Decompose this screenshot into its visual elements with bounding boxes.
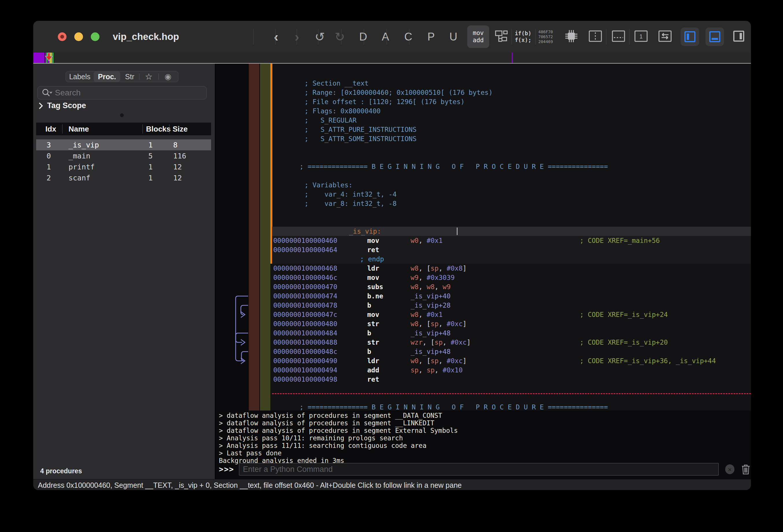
- asm-line[interactable]: 0000000100000498ret: [272, 375, 751, 384]
- procedure-row-_is_vip[interactable]: 3_is_vip18: [36, 139, 211, 150]
- segment-block: [33, 53, 44, 63]
- column-header-size[interactable]: Size: [173, 125, 188, 133]
- cell-idx: 2: [46, 174, 51, 182]
- toggle-right-sidebar-button[interactable]: [732, 30, 745, 44]
- asm-comment-line[interactable]: ; =============== B E G I N N I N G O F …: [272, 403, 751, 411]
- asm-comment-line[interactable]: ; S_ATTR_PURE_INSTRUCTIONS: [272, 125, 751, 134]
- disassembly-pane[interactable]: ; Section __text; Range: [0x100000460; 0…: [215, 64, 751, 411]
- procedures-table-header[interactable]: Idx Name Blocks Size: [36, 123, 211, 135]
- asm-label-line[interactable]: _is_vip:: [272, 227, 751, 236]
- procedure-row-_main[interactable]: 0_main5116: [36, 150, 211, 161]
- asm-line[interactable]: 0000000100000484b_is_vip+48: [272, 328, 751, 338]
- navigate-back-button[interactable]: ‹: [274, 29, 278, 44]
- navigate-forward-button[interactable]: ›: [295, 29, 299, 44]
- asm-line[interactable]: 0000000100000468ldrw8, [sp, #0x8]: [272, 264, 751, 273]
- asm-line[interactable]: 0000000100000494addsp, sp, #0x10: [272, 366, 751, 375]
- procedure-mode-button[interactable]: P: [427, 31, 435, 43]
- search-input[interactable]: [54, 88, 189, 98]
- python-command-input[interactable]: [239, 463, 719, 476]
- code-mode-button[interactable]: C: [404, 31, 412, 43]
- asm-blank-line[interactable]: [272, 171, 751, 180]
- swap-panes-icon[interactable]: [658, 30, 672, 43]
- single-pane-icon[interactable]: 1: [634, 30, 648, 43]
- cell-name: scanf: [68, 174, 90, 182]
- clear-console-trash-icon[interactable]: [741, 464, 751, 475]
- undo-button[interactable]: ↺: [315, 30, 325, 44]
- asm-comment-line[interactable]: ; endp: [272, 254, 751, 264]
- asm-blank-line[interactable]: [272, 144, 751, 153]
- sidebar-search[interactable]: [37, 86, 207, 99]
- asm-line[interactable]: 000000010000046cmovw9, #0x3039: [272, 273, 751, 282]
- asm-line[interactable]: 000000010000048cb_is_vip+48: [272, 347, 751, 356]
- asm-comment-line[interactable]: ; Variables:: [272, 180, 751, 190]
- hex-view-icon[interactable]: 486F70 706572 204469: [538, 30, 553, 44]
- assembler-button[interactable]: mov add: [467, 26, 489, 48]
- asm-line[interactable]: 0000000100000474b.ne_is_vip+40: [272, 291, 751, 301]
- title-bar: vip_check.hop ‹ › ↺ ↻ D A C P U mov add …: [33, 21, 751, 53]
- sidebar-resize-handle[interactable]: [120, 113, 124, 117]
- asm-line[interactable]: 000000010000047cmovw8, #0x1; CODE XREF=_…: [272, 310, 751, 319]
- minimize-window-button[interactable]: [74, 32, 83, 41]
- column-header-blocks[interactable]: Blocks: [146, 125, 170, 133]
- column-header-idx[interactable]: Idx: [45, 125, 56, 133]
- listing: ; Section __text; Range: [0x100000460; 0…: [272, 64, 751, 411]
- asm-comment-line[interactable]: ; S_ATTR_SOME_INSTRUCTIONS: [272, 134, 751, 144]
- console-line: > dataflow analysis of procedures in seg…: [219, 427, 458, 434]
- asm-line[interactable]: 0000000100000488strwzr, [sp, #0xc]; CODE…: [272, 338, 751, 347]
- status-text: Address 0x100000460, Segment __TEXT, _is…: [38, 481, 462, 490]
- asm-comment-line[interactable]: ; Section __text: [272, 79, 751, 88]
- split-vertical-icon[interactable]: [588, 30, 602, 43]
- asm-comment-line[interactable]: ; var_4: int32_t, -4: [272, 190, 751, 199]
- asm-line[interactable]: 0000000100000478b_is_vip+28: [272, 301, 751, 310]
- console-line: > Analysis pass 10/11: remaining prologs…: [219, 434, 458, 442]
- asm-line[interactable]: 0000000100000470subsw8, w8, w9: [272, 282, 751, 291]
- toggle-bottom-pane-button[interactable]: [706, 28, 724, 46]
- asm-blank-line[interactable]: [272, 384, 751, 393]
- cell-size: 12: [173, 174, 182, 182]
- close-window-button[interactable]: [58, 32, 66, 41]
- asm-line[interactable]: 0000000100000490ldrw0, [sp, #0xc]; CODE …: [272, 356, 751, 366]
- segment-strip-maroon: [248, 64, 259, 411]
- asm-line[interactable]: 0000000100000460movw0, #0x1; CODE XREF=_…: [272, 236, 751, 245]
- split-horizontal-icon[interactable]: [612, 30, 625, 43]
- asm-comment-line[interactable]: ; Range: [0x100000460; 0x100000510[ (176…: [272, 88, 751, 97]
- zoom-window-button[interactable]: [91, 32, 99, 41]
- navigation-bar[interactable]: [33, 53, 751, 64]
- asm-comment-line[interactable]: ; Flags: 0x80000400: [272, 106, 751, 116]
- asm-comment-line[interactable]: ; S_REGULAR: [272, 116, 751, 125]
- asm-blank-line[interactable]: [272, 208, 751, 217]
- redo-button[interactable]: ↻: [335, 30, 345, 44]
- tag-scope-disclosure[interactable]: Tag Scope: [38, 101, 86, 110]
- procedure-row-scanf[interactable]: 2scanf112: [36, 172, 211, 183]
- tab-strings[interactable]: Str: [120, 71, 139, 82]
- stop-script-button[interactable]: ✕: [725, 464, 735, 474]
- console-line: > Analysis pass 11/11: searching contigu…: [219, 442, 458, 449]
- left-sidebar: Labels Proc. Str ☆ ◉ Tag Scope: [33, 64, 215, 479]
- asm-line[interactable]: 0000000100000480strw8, [sp, #0xc]: [272, 319, 751, 328]
- pseudocode-icon[interactable]: if(b) f(x);: [515, 30, 531, 43]
- column-header-name[interactable]: Name: [68, 125, 89, 133]
- tab-procedures[interactable]: Proc.: [94, 71, 120, 82]
- asm-blank-line[interactable]: [272, 393, 751, 403]
- cell-size: 12: [173, 163, 182, 171]
- cpu-icon[interactable]: [564, 28, 579, 45]
- toggle-left-sidebar-button[interactable]: [681, 28, 699, 46]
- tab-bookmarks-star-icon[interactable]: ☆: [139, 71, 158, 82]
- asm-blank-line[interactable]: [272, 153, 751, 162]
- asm-line[interactable]: 0000000100000464ret: [272, 245, 751, 254]
- ascii-mode-button[interactable]: A: [382, 31, 389, 43]
- console-line: > Last pass done: [219, 449, 458, 457]
- undefine-mode-button[interactable]: U: [449, 31, 457, 43]
- asm-comment-line[interactable]: ; var_8: int32_t, -8: [272, 199, 751, 208]
- tab-labels[interactable]: Labels: [66, 71, 94, 82]
- search-icon: [42, 88, 52, 97]
- window-title: vip_check.hop: [113, 31, 179, 42]
- cell-name: _main: [68, 152, 90, 160]
- cfg-graph-icon[interactable]: [493, 29, 508, 45]
- tab-record-icon[interactable]: ◉: [158, 71, 178, 82]
- asm-blank-line[interactable]: [272, 217, 751, 227]
- procedure-row-printf[interactable]: 1printf112: [36, 161, 211, 172]
- data-mode-button[interactable]: D: [359, 31, 367, 43]
- asm-comment-line[interactable]: ; =============== B E G I N N I N G O F …: [272, 162, 751, 171]
- asm-comment-line[interactable]: ; File offset : [1120; 1296[ (176 bytes): [272, 97, 751, 106]
